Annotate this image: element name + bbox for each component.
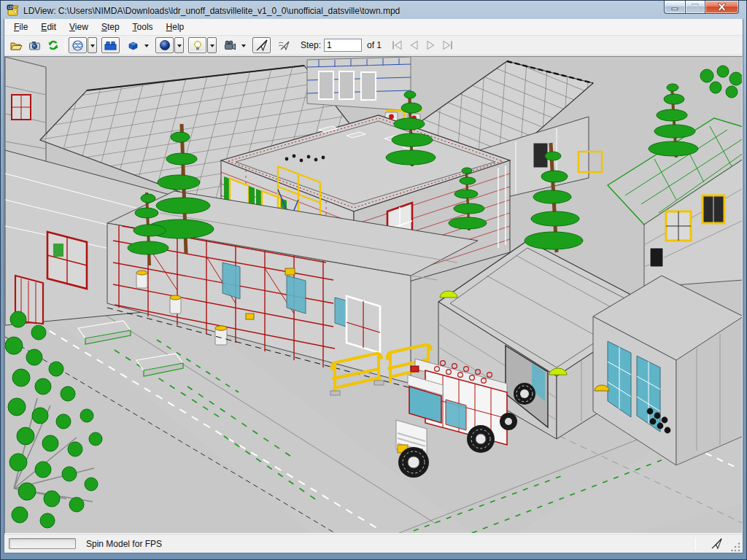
client-area: File Edit View Step Tools Help: [4, 19, 743, 553]
flythrough-mode-button[interactable]: [275, 37, 293, 53]
edges-button[interactable]: [101, 37, 120, 53]
chevron-down-icon: [210, 44, 214, 50]
maximize-icon: [691, 3, 700, 11]
previous-step-button[interactable]: [406, 37, 422, 53]
menu-step[interactable]: Step: [95, 20, 126, 35]
window-controls: [664, 1, 739, 14]
toolbar-separator: [65, 38, 66, 52]
wheel: [467, 425, 495, 453]
light-bulb-icon: [192, 39, 204, 51]
view-mode-dropdown[interactable]: [88, 37, 97, 53]
maximize-button[interactable]: [685, 1, 705, 14]
next-step-icon: [425, 39, 437, 51]
examine-mode-button[interactable]: [252, 37, 271, 53]
airplane-icon: [711, 537, 723, 550]
window-title: LDView: C:\Users\NIMDA\Downloads\ldr_uno…: [23, 6, 400, 16]
studded-brick-icon: [104, 40, 117, 50]
menubar: File Edit View Step Tools Help: [4, 19, 743, 36]
last-step-icon: [441, 39, 454, 51]
white-framed-window: [347, 296, 380, 353]
menu-file[interactable]: File: [7, 20, 34, 35]
ldview-window: LDV LDView: C:\Users\NIMDA\Downloads\ldr…: [0, 0, 747, 560]
view-mode-button[interactable]: [69, 37, 87, 53]
snapshot-button[interactable]: [26, 37, 44, 53]
view-angle-button[interactable]: [221, 37, 239, 53]
model-viewport[interactable]: [4, 56, 743, 534]
minimize-button[interactable]: [664, 1, 685, 14]
lighting-dropdown[interactable]: [207, 37, 217, 53]
camcorder-icon: [224, 40, 236, 50]
view-angle-dropdown[interactable]: [239, 37, 248, 53]
first-step-button[interactable]: [389, 37, 406, 53]
yellow-framed-window: [703, 195, 724, 223]
progress-bar: [9, 538, 76, 549]
red-framed-window: [47, 232, 87, 289]
view-mode-indicator: [702, 537, 731, 550]
menu-view[interactable]: View: [63, 20, 95, 35]
reload-icon: [47, 39, 59, 51]
yellow-framed-window: [666, 211, 691, 241]
minimize-icon: [670, 4, 679, 11]
chevron-down-icon: [90, 44, 95, 50]
toolbar: Step: of 1: [4, 36, 743, 55]
status-message: Spin Model for FPS: [86, 539, 695, 549]
chevron-down-icon: [177, 44, 182, 50]
brick-icon: [128, 40, 139, 51]
resize-grip[interactable]: [731, 542, 741, 553]
wheel: [500, 413, 517, 430]
flythrough-icon: [278, 39, 291, 51]
airplane-icon: [255, 39, 268, 52]
town-model-render: [5, 57, 743, 533]
menu-edit[interactable]: Edit: [34, 20, 63, 35]
titlebar[interactable]: LDV LDView: C:\Users\NIMDA\Downloads\ldr…: [4, 1, 743, 19]
app-icon: LDV: [7, 4, 20, 18]
close-button[interactable]: [705, 1, 739, 14]
next-step-button[interactable]: [422, 37, 439, 53]
open-file-button[interactable]: [7, 37, 26, 53]
step-label: Step:: [301, 40, 321, 50]
wireframe-cutaway-button[interactable]: [124, 37, 142, 53]
shading-dropdown[interactable]: [174, 37, 184, 53]
wire-sphere-icon: [71, 39, 84, 52]
camera-icon: [28, 40, 41, 51]
svg-text:LDV: LDV: [8, 6, 15, 9]
beacon-light: [411, 366, 419, 372]
statusbar-separator: [695, 537, 696, 551]
menu-tools[interactable]: Tools: [126, 20, 160, 35]
first-step-icon: [391, 39, 403, 51]
step-of-label: of 1: [367, 40, 382, 50]
open-folder-icon: [10, 40, 23, 51]
menu-help[interactable]: Help: [160, 20, 191, 35]
wheel: [398, 447, 429, 478]
cutaway-dropdown[interactable]: [142, 37, 151, 53]
step-input[interactable]: [324, 39, 362, 52]
shading-button[interactable]: [155, 37, 174, 53]
last-step-button[interactable]: [439, 37, 456, 53]
statusbar: Spin Model for FPS: [4, 534, 743, 553]
reload-button[interactable]: [44, 37, 62, 53]
previous-step-icon: [408, 39, 420, 51]
chevron-down-icon: [241, 44, 246, 50]
close-icon: [717, 3, 727, 11]
sphere-icon: [159, 39, 171, 51]
chevron-down-icon: [144, 44, 149, 50]
lighting-button[interactable]: [188, 37, 206, 53]
blue-trimmed-building: [307, 57, 411, 111]
side-window: [446, 400, 466, 430]
